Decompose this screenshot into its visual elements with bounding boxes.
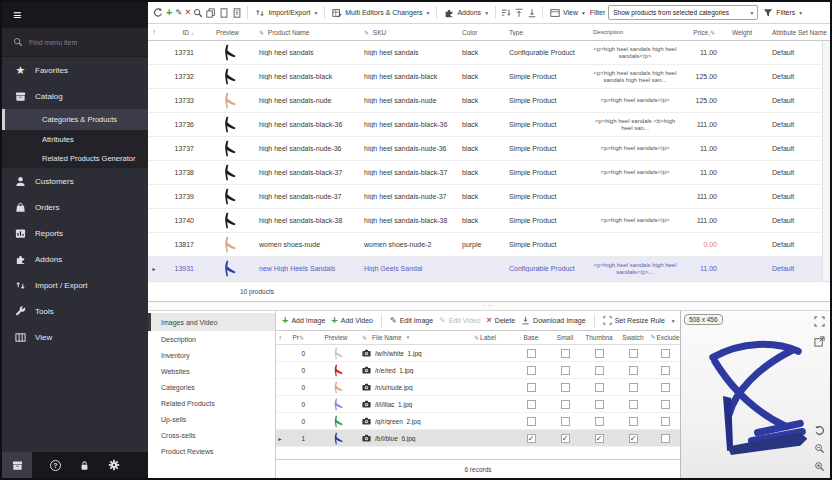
image-row[interactable]: 0/n/u/nude.jpg xyxy=(276,379,680,396)
thumbnail-checkbox[interactable] xyxy=(595,400,604,409)
product-row[interactable]: 13738high heel sandals-black-37high heel… xyxy=(148,161,830,185)
col-header-preview[interactable]: Preview xyxy=(200,29,255,36)
product-row[interactable]: 13731high heel sandalshigh heel sandalsb… xyxy=(148,41,830,65)
base-checkbox[interactable] xyxy=(527,366,536,375)
refresh-button[interactable] xyxy=(153,8,163,18)
small-checkbox[interactable] xyxy=(561,349,570,358)
lock-icon[interactable] xyxy=(79,460,90,471)
edit-image-button[interactable]: ✎Edit Image xyxy=(390,317,433,325)
exclude-checkbox[interactable] xyxy=(661,349,670,358)
col-header-id[interactable]: ID↓ xyxy=(160,29,200,36)
col-header-file-name[interactable]: ✎File Name▼ xyxy=(362,334,474,341)
fullscreen-icon[interactable] xyxy=(814,316,825,327)
image-row[interactable]: 0/g/r/green_2.jpg xyxy=(276,413,680,430)
col-header-description[interactable]: Description xyxy=(590,29,680,36)
image-row[interactable]: 0/r/e/red_1.jpg xyxy=(276,362,680,379)
edit-video-button[interactable]: ✎Edit Video xyxy=(439,317,481,325)
base-checkbox[interactable] xyxy=(527,383,536,392)
sidebar-item-categories-products[interactable]: Categories & Products xyxy=(2,109,148,130)
col-header-thumbnail[interactable]: Thumbna xyxy=(582,334,616,341)
image-row[interactable]: 0/l/i/lilac_1.jpg xyxy=(276,396,680,413)
add-video-button[interactable]: +Add Video xyxy=(331,315,373,326)
grid-scrollbar[interactable] xyxy=(822,41,830,281)
col-header-exclude[interactable]: ✎Exclude xyxy=(650,334,680,341)
download-image-button[interactable]: Download Image xyxy=(521,316,586,325)
tab-product-reviews[interactable]: Product Reviews xyxy=(148,443,275,459)
product-row[interactable]: 13817women shoes-nudewomen shoes-nude-2p… xyxy=(148,233,830,257)
exclude-checkbox[interactable] xyxy=(661,383,670,392)
thumbnail-checkbox[interactable] xyxy=(595,349,604,358)
thumbnail-checkbox[interactable]: ✓ xyxy=(595,434,604,443)
sidebar-item-import-export[interactable]: Import / Export xyxy=(2,272,148,298)
delete-image-button[interactable]: ×Delete xyxy=(487,316,516,325)
view-menu[interactable]: View▾ xyxy=(548,7,587,19)
small-checkbox[interactable] xyxy=(561,417,570,426)
filter-select[interactable]: Show products from selected categories▾ xyxy=(608,5,758,20)
exclude-checkbox[interactable] xyxy=(661,400,670,409)
swatch-checkbox[interactable] xyxy=(629,383,638,392)
sidebar-item-reports[interactable]: Reports xyxy=(2,220,148,246)
tab-images-and-video[interactable]: Images and Video xyxy=(148,313,275,331)
base-checkbox[interactable] xyxy=(527,400,536,409)
product-row[interactable]: 13740high heel sandals-black-38high heel… xyxy=(148,209,830,233)
sidebar-item-addons[interactable]: Addons xyxy=(2,246,148,272)
add-product-button[interactable]: + xyxy=(166,7,172,18)
col-header-name[interactable]: ✎ Product Name xyxy=(255,29,360,36)
exclude-checkbox[interactable] xyxy=(661,366,670,375)
copy-button[interactable] xyxy=(206,8,216,18)
base-checkbox[interactable] xyxy=(527,349,536,358)
addons-menu[interactable]: Addons▾ xyxy=(442,7,490,19)
expand-levels-button[interactable] xyxy=(514,8,524,18)
multi-editors-menu[interactable]: Multi Editors & Changers▾ xyxy=(330,7,431,19)
small-checkbox[interactable] xyxy=(561,383,570,392)
col-header-weight[interactable]: Weight xyxy=(722,29,762,36)
image-row[interactable]: 0/w/h/white_1.jpg xyxy=(276,345,680,362)
product-row[interactable]: 13736high heel sandals-black-36high heel… xyxy=(148,113,830,137)
search-products-button[interactable] xyxy=(193,8,203,18)
col-header-priority[interactable]: Pr✎ xyxy=(284,334,310,341)
edit-product-button[interactable]: ✎ xyxy=(175,9,182,17)
product-row-selected[interactable]: ▸13931new High Heels SandalsHigh Geels S… xyxy=(148,257,830,281)
sidebar-item-favorites[interactable]: ★Favorites xyxy=(2,57,148,83)
tab-related-products[interactable]: Related Products xyxy=(148,395,275,411)
base-checkbox[interactable]: ✓ xyxy=(527,434,536,443)
col-header-label[interactable]: ✎Label xyxy=(474,334,514,341)
collapse-levels-button[interactable] xyxy=(527,8,537,18)
exclude-checkbox[interactable] xyxy=(661,417,670,426)
base-checkbox[interactable] xyxy=(527,417,536,426)
swatch-checkbox[interactable]: ✓ xyxy=(629,434,638,443)
swatch-checkbox[interactable] xyxy=(629,400,638,409)
product-row[interactable]: 13737high heel sandals-nude-36high heel … xyxy=(148,137,830,161)
zoom-in-icon[interactable] xyxy=(814,461,825,472)
add-image-button[interactable]: +Add Image xyxy=(282,315,325,326)
product-row[interactable]: 13733high heel sandals-nudehigh heel san… xyxy=(148,89,830,113)
small-checkbox[interactable] xyxy=(561,366,570,375)
tab-cross-sells[interactable]: Cross-sells xyxy=(148,427,275,443)
sidebar-search[interactable] xyxy=(2,28,148,57)
rotate-icon[interactable] xyxy=(814,425,825,436)
col-header-attribute-set[interactable]: Attribute Set Name xyxy=(762,29,830,36)
swatch-checkbox[interactable] xyxy=(629,349,638,358)
col-header-color[interactable]: Color xyxy=(460,29,507,36)
duplicate-button[interactable] xyxy=(232,8,242,18)
sidebar-item-customers[interactable]: Customers xyxy=(2,168,148,194)
thumbnail-checkbox[interactable] xyxy=(595,383,604,392)
swatch-checkbox[interactable] xyxy=(629,366,638,375)
sidebar-item-related-products-generator[interactable]: Related Products Generator xyxy=(2,149,148,168)
horizontal-splitter[interactable]: ··· xyxy=(148,302,830,311)
menu-search-input[interactable] xyxy=(29,39,129,46)
sidebar-item-view[interactable]: View xyxy=(2,324,148,350)
sidebar-item-orders[interactable]: Orders xyxy=(2,194,148,220)
col-header-price[interactable]: Price,✎ xyxy=(680,29,722,36)
tab-categories[interactable]: Categories xyxy=(148,379,275,395)
sidebar-item-tools[interactable]: Tools xyxy=(2,298,148,324)
tab-description[interactable]: Description xyxy=(148,331,275,347)
tab-inventory[interactable]: Inventory xyxy=(148,347,275,363)
set-resize-rule-button[interactable]: Set Resize Rule xyxy=(603,316,665,325)
import-export-menu[interactable]: Import/Export▾ xyxy=(253,7,319,19)
sidebar-item-catalog[interactable]: Catalog xyxy=(2,83,148,109)
col-header-type[interactable]: Type xyxy=(507,29,590,36)
thumbnail-checkbox[interactable] xyxy=(595,366,604,375)
open-external-icon[interactable] xyxy=(814,336,825,347)
tab-websites[interactable]: Websites xyxy=(148,363,275,379)
